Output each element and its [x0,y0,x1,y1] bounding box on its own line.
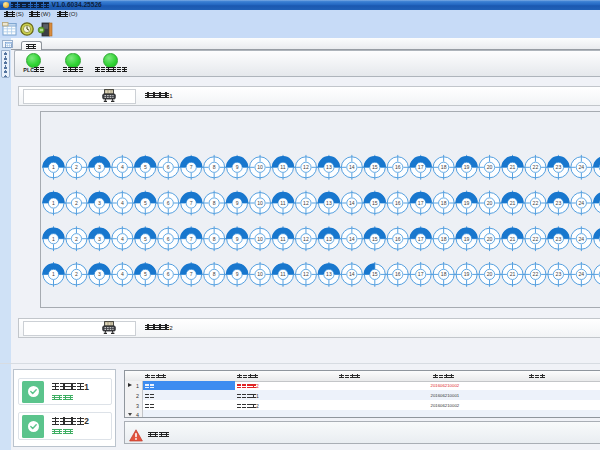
svg-text:16: 16 [395,164,401,170]
svg-text:5: 5 [144,200,147,206]
svg-text:5: 5 [144,164,147,170]
svg-text:13: 13 [326,236,332,242]
svg-text:21: 21 [510,236,516,242]
svg-text:23: 23 [556,236,562,242]
svg-text:11: 11 [280,271,285,277]
svg-text:18: 18 [441,164,447,170]
svg-text:6: 6 [167,236,170,242]
svg-text:2: 2 [75,200,78,206]
svg-text:4: 4 [121,200,124,206]
svg-text:15: 15 [372,271,378,277]
svg-text:3: 3 [98,164,101,170]
svg-text:14: 14 [349,236,355,242]
svg-text:5: 5 [144,236,147,242]
svg-text:11: 11 [280,164,285,170]
svg-text:12: 12 [303,164,309,170]
svg-text:6: 6 [167,200,170,206]
svg-text:16: 16 [395,271,401,277]
svg-text:2: 2 [75,164,78,170]
svg-text:12: 12 [303,236,309,242]
svg-text:15: 15 [372,236,378,242]
svg-text:9: 9 [236,200,239,206]
svg-text:23: 23 [556,200,562,206]
svg-text:2: 2 [75,236,78,242]
svg-text:1: 1 [52,164,55,170]
svg-text:14: 14 [349,164,355,170]
svg-text:13: 13 [326,271,332,277]
svg-text:6: 6 [167,271,170,277]
svg-text:20: 20 [487,271,493,277]
svg-text:13: 13 [326,200,332,206]
svg-text:14: 14 [349,271,355,277]
svg-text:2: 2 [75,271,78,277]
svg-text:18: 18 [441,200,447,206]
svg-text:12: 12 [303,200,309,206]
svg-text:7: 7 [190,200,193,206]
svg-text:21: 21 [510,164,516,170]
svg-text:8: 8 [213,236,216,242]
svg-text:3: 3 [98,200,101,206]
svg-text:3: 3 [98,236,101,242]
svg-text:1: 1 [52,271,55,277]
svg-text:16: 16 [395,200,401,206]
svg-text:4: 4 [121,236,124,242]
svg-text:22: 22 [533,236,539,242]
svg-text:3: 3 [98,271,101,277]
svg-text:23: 23 [556,271,562,277]
svg-text:20: 20 [487,236,493,242]
svg-text:19: 19 [464,236,470,242]
svg-text:1: 1 [52,236,55,242]
svg-text:20: 20 [487,164,493,170]
svg-text:18: 18 [441,271,447,277]
svg-text:17: 17 [418,236,424,242]
svg-text:14: 14 [349,200,355,206]
svg-text:9: 9 [236,164,239,170]
svg-text:24: 24 [579,271,585,277]
svg-text:11: 11 [280,200,285,206]
svg-text:21: 21 [510,271,516,277]
svg-text:24: 24 [579,200,585,206]
svg-text:7: 7 [190,271,193,277]
svg-text:8: 8 [213,164,216,170]
svg-text:8: 8 [213,200,216,206]
svg-text:17: 17 [418,164,424,170]
svg-text:22: 22 [533,200,539,206]
svg-text:13: 13 [326,164,332,170]
svg-text:24: 24 [579,164,585,170]
svg-text:16: 16 [395,236,401,242]
svg-text:19: 19 [464,164,470,170]
svg-text:15: 15 [372,164,378,170]
svg-text:8: 8 [213,271,216,277]
svg-text:19: 19 [464,200,470,206]
svg-text:7: 7 [190,236,193,242]
svg-text:21: 21 [510,200,516,206]
svg-text:17: 17 [418,200,424,206]
svg-text:10: 10 [257,164,263,170]
svg-text:6: 6 [167,164,170,170]
svg-text:17: 17 [418,271,424,277]
svg-text:15: 15 [372,200,378,206]
svg-text:5: 5 [144,271,147,277]
svg-text:4: 4 [121,164,124,170]
svg-text:10: 10 [257,200,263,206]
svg-text:10: 10 [257,236,263,242]
svg-text:20: 20 [487,200,493,206]
svg-text:10: 10 [257,271,263,277]
svg-text:22: 22 [533,164,539,170]
svg-text:19: 19 [464,271,470,277]
svg-text:4: 4 [121,271,124,277]
svg-text:9: 9 [236,236,239,242]
svg-text:9: 9 [236,271,239,277]
svg-text:7: 7 [190,164,193,170]
svg-text:23: 23 [556,164,562,170]
svg-text:1: 1 [52,200,55,206]
svg-text:12: 12 [303,271,309,277]
svg-text:24: 24 [579,236,585,242]
svg-text:22: 22 [533,271,539,277]
svg-text:18: 18 [441,236,447,242]
svg-text:11: 11 [280,236,285,242]
